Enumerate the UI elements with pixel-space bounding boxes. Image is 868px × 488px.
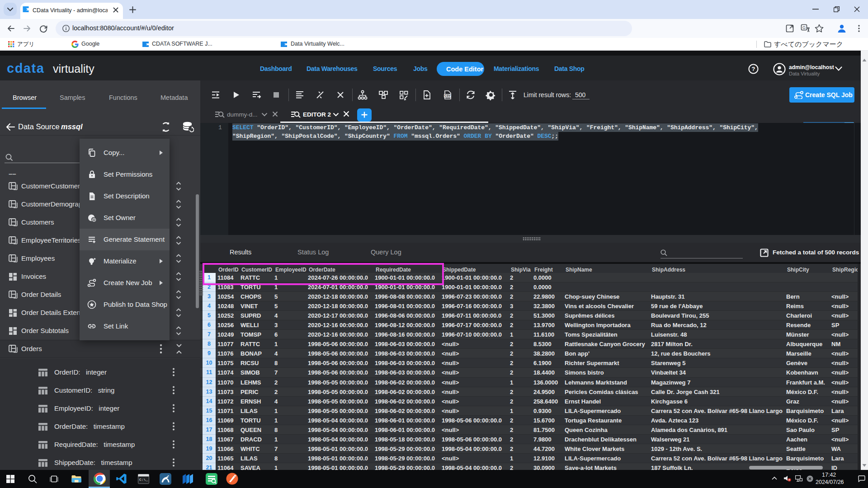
- svg-text:G: G: [802, 25, 806, 30]
- svg-text:CSV: CSV: [444, 94, 451, 97]
- svg-text:C:\_: C:\_: [139, 478, 148, 482]
- svg-text:?: ?: [752, 66, 755, 72]
